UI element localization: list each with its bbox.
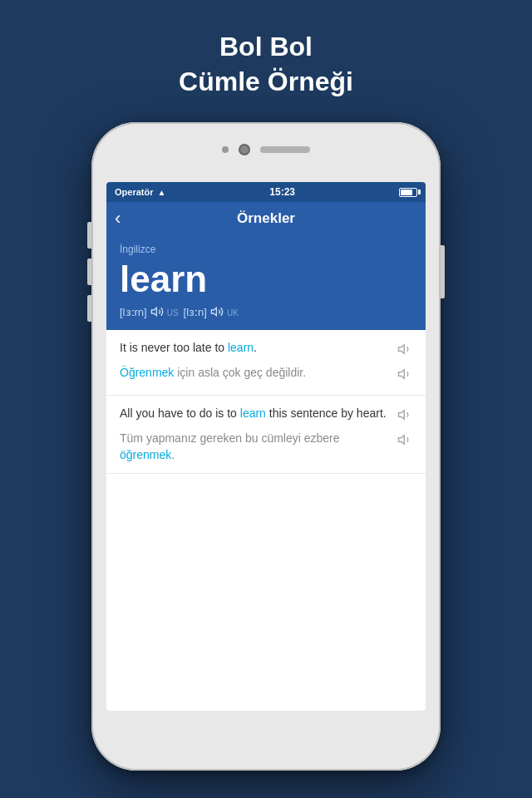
s1-tr-after: için asla çok geç değildir. xyxy=(174,366,306,379)
svg-marker-4 xyxy=(399,411,405,420)
phonetic-uk-label: UK xyxy=(227,308,239,318)
sentence-2-en-text: All you have to do is to learn this sent… xyxy=(120,406,397,422)
front-camera xyxy=(239,144,250,155)
word-language: İngilizce xyxy=(120,244,412,255)
svg-marker-3 xyxy=(399,370,405,379)
svg-marker-2 xyxy=(399,345,405,354)
sentence-2-audio-tr[interactable] xyxy=(397,432,412,451)
s2-tr-highlight: öğrenmek xyxy=(120,448,171,461)
phonetic-us-group: [lɜːrn] US xyxy=(120,305,179,318)
s2-en-before: All you have to do is to xyxy=(120,406,240,420)
nav-title: Örnekler xyxy=(237,210,295,227)
phonetic-us-text: [lɜːrn] xyxy=(120,306,147,318)
sensor xyxy=(222,146,229,153)
sentence-1-audio-tr[interactable] xyxy=(397,367,412,385)
s2-en-after: this sentence by heart. xyxy=(266,406,387,420)
battery-icon xyxy=(399,188,417,197)
s2-tr-after: . xyxy=(171,448,175,461)
svg-marker-1 xyxy=(211,308,216,316)
word-header: İngilizce learn [lɜːrn] US xyxy=(106,235,426,330)
sentence-1-tr-text: Öğrenmek için asla çok geç değildir. xyxy=(120,365,397,382)
s2-tr-before: Tüm yapmanız gereken bu cümleyi ezbere xyxy=(120,431,340,445)
audio-uk-icon[interactable] xyxy=(210,305,224,318)
s2-en-highlight: learn xyxy=(240,406,266,420)
phonetic-uk-text: [lɜːn] xyxy=(184,306,207,318)
page-heading: Bol Bol Cümle Örneği xyxy=(179,30,353,99)
sentence-1-en-text: It is never too late to learn. xyxy=(120,340,397,357)
phone-shell: Operatör ▲ 15:23 ‹ Örnekler xyxy=(91,122,441,771)
phonetic-us-label: US xyxy=(167,308,179,318)
phone-screen: Operatör ▲ 15:23 ‹ Örnekler xyxy=(106,182,426,711)
word-main: learn xyxy=(120,259,412,300)
status-bar: Operatör ▲ 15:23 xyxy=(106,182,426,202)
battery-fill xyxy=(401,190,412,195)
status-left: Operatör ▲ xyxy=(115,187,165,197)
phonetic-uk-group: [lɜːn] UK xyxy=(184,305,239,318)
sentence-item-1: It is never too late to learn. xyxy=(106,330,426,396)
sentence-1-tr: Öğrenmek için asla çok geç değildir. xyxy=(120,365,412,385)
phone-top-bar xyxy=(222,144,310,155)
svg-marker-5 xyxy=(399,436,405,445)
wifi-icon: ▲ xyxy=(157,188,165,197)
sentence-2-en: All you have to do is to learn this sent… xyxy=(120,406,412,426)
sentences-container: It is never too late to learn. xyxy=(106,330,426,711)
audio-us-icon[interactable] xyxy=(150,305,164,318)
sentence-2-audio-en[interactable] xyxy=(397,407,412,426)
s1-tr-highlight: Öğrenmek xyxy=(120,366,174,379)
nav-bar: ‹ Örnekler xyxy=(106,202,426,235)
s1-en-before: It is never too late to xyxy=(120,341,228,354)
s1-en-highlight: learn xyxy=(228,341,254,354)
status-time: 15:23 xyxy=(269,186,295,198)
word-phonetics: [lɜːrn] US [lɜːn] xyxy=(120,305,412,318)
sentence-1-audio-en[interactable] xyxy=(397,342,412,360)
sentence-2-tr: Tüm yapmanız gereken bu cümleyi ezbere ö… xyxy=(120,431,412,463)
sentence-item-2: All you have to do is to learn this sent… xyxy=(106,396,426,474)
ear-speaker xyxy=(260,146,310,153)
svg-marker-0 xyxy=(151,308,156,316)
s1-en-after: . xyxy=(254,341,257,354)
status-right xyxy=(399,188,417,197)
sentence-2-tr-text: Tüm yapmanız gereken bu cümleyi ezbere ö… xyxy=(120,431,397,463)
back-button[interactable]: ‹ xyxy=(115,208,121,229)
sentence-1-en: It is never too late to learn. xyxy=(120,340,412,360)
operator-label: Operatör xyxy=(115,187,153,197)
phone-mockup: Operatör ▲ 15:23 ‹ Örnekler xyxy=(91,122,441,771)
